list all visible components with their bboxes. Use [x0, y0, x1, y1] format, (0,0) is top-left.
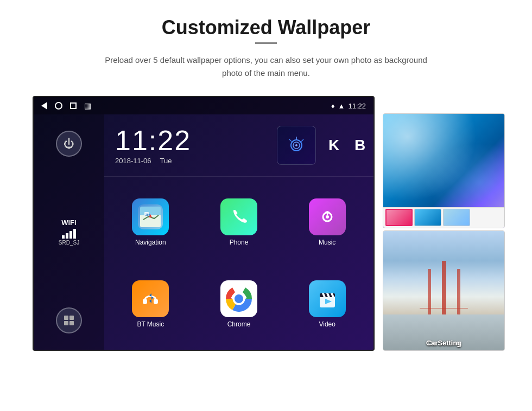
- svg-point-17: [326, 215, 329, 219]
- time-row: 11:22 2018-11-06 Tue: [104, 114, 373, 177]
- svg-rect-20: [154, 299, 158, 304]
- main-content: ⏻ WiFi SRD_SJ: [34, 114, 373, 350]
- wallpaper-ice-thumb[interactable]: [383, 113, 505, 228]
- music-icon-svg: [318, 207, 337, 227]
- wifi-bar-3: [69, 231, 72, 239]
- clock-day: Tue: [160, 157, 172, 165]
- status-bar-right: ♦ ▲ 11:22: [331, 102, 366, 110]
- power-button[interactable]: ⏻: [56, 131, 82, 157]
- chrome-icon: [220, 280, 257, 317]
- apps-grid-button[interactable]: [56, 307, 82, 333]
- wallpaper-bridge-thumb[interactable]: CarSetting CarSetting: [383, 230, 505, 351]
- svg-line-8: [301, 139, 303, 142]
- app-item-video[interactable]: Video: [283, 264, 371, 346]
- app-item-phone[interactable]: Phone: [195, 181, 283, 264]
- clock-date: 2018-11-06 Tue: [115, 157, 271, 165]
- time-row-right: K B: [277, 126, 368, 165]
- clock-time: 11:22: [115, 126, 271, 155]
- grid-icon: [63, 314, 75, 326]
- page-subtitle: Preload over 5 default wallpaper options…: [98, 54, 434, 80]
- status-time: 11:22: [348, 102, 366, 110]
- app-item-chrome[interactable]: Chrome: [195, 264, 283, 346]
- wifi-signal-icon: ▲: [338, 102, 345, 110]
- b-label: B: [354, 137, 365, 154]
- wifi-widget: WiFi SRD_SJ: [59, 219, 79, 246]
- phone-label: Phone: [230, 239, 249, 246]
- left-sidebar: ⏻ WiFi SRD_SJ: [34, 114, 104, 350]
- wifi-ssid: SRD_SJ: [59, 240, 79, 246]
- phone-icon: [220, 198, 257, 235]
- svg-rect-19: [143, 299, 147, 304]
- device-wrapper: ▦ ♦ ▲ 11:22 ⏻ WiFi: [33, 96, 499, 351]
- svg-rect-3: [69, 321, 74, 325]
- center-area: 11:22 2018-11-06 Tue: [104, 114, 373, 350]
- mini-wallpaper-3[interactable]: [443, 209, 470, 226]
- svg-line-9: [289, 139, 292, 142]
- app-item-btmusic[interactable]: BT Music: [106, 264, 195, 346]
- app-item-music[interactable]: Music: [283, 181, 371, 264]
- navigation-label: Navigation: [135, 239, 166, 246]
- k-icon-widget[interactable]: K: [320, 132, 347, 159]
- wifi-bars: [59, 229, 79, 239]
- music-icon: [309, 198, 346, 235]
- home-icon[interactable]: [55, 102, 62, 110]
- carsetting-text: CarSetting: [383, 339, 504, 347]
- phone-icon-svg: [229, 207, 249, 227]
- wallpaper-thumbnails: CarSetting CarSetting: [383, 113, 505, 351]
- mini-wallpaper-2[interactable]: [414, 209, 441, 226]
- clock-date-value: 2018-11-06: [115, 157, 151, 165]
- screenshot-icon[interactable]: ▦: [84, 101, 91, 110]
- wifi-bar-2: [66, 233, 68, 239]
- btmusic-icon: [132, 280, 169, 317]
- btmusic-label: BT Music: [137, 320, 164, 328]
- title-divider: [255, 42, 277, 44]
- video-icon: [309, 280, 346, 317]
- music-label: Music: [319, 239, 335, 246]
- chrome-icon-svg: [225, 285, 253, 313]
- b-icon-widget[interactable]: B: [352, 132, 368, 159]
- svg-rect-0: [64, 316, 68, 320]
- power-icon: ⏻: [64, 138, 74, 150]
- antenna-widget[interactable]: [277, 126, 316, 165]
- mini-wallpaper-1[interactable]: [385, 209, 413, 226]
- android-screen: ▦ ♦ ▲ 11:22 ⏻ WiFi: [33, 96, 375, 351]
- svg-text:280: 280: [145, 213, 150, 216]
- back-icon[interactable]: [41, 102, 47, 110]
- btmusic-icon-svg: [140, 288, 161, 310]
- maps-icon-svg: 280: [138, 204, 163, 229]
- chrome-label: Chrome: [227, 320, 251, 328]
- video-icon-svg: [316, 288, 338, 310]
- app-grid: 280 Navigation: [104, 177, 373, 350]
- location-icon: ♦: [331, 102, 335, 110]
- svg-point-6: [295, 144, 297, 146]
- wifi-label: WiFi: [59, 219, 79, 227]
- antenna-icon: [287, 136, 306, 155]
- page-title: Customized Wallpaper: [162, 16, 371, 39]
- app-item-navigation[interactable]: 280 Navigation: [106, 181, 195, 264]
- video-label: Video: [319, 320, 335, 328]
- recents-icon[interactable]: [70, 102, 77, 109]
- svg-rect-1: [69, 316, 74, 320]
- status-bar: ▦ ♦ ▲ 11:22: [34, 97, 373, 114]
- navigation-icon: 280: [132, 198, 169, 235]
- time-date-block: 11:22 2018-11-06 Tue: [110, 126, 271, 165]
- k-label: K: [328, 137, 339, 154]
- wifi-bar-1: [62, 235, 65, 239]
- wifi-bar-4: [73, 229, 76, 239]
- svg-rect-2: [64, 321, 68, 325]
- status-bar-left: ▦: [41, 101, 91, 110]
- svg-rect-12: [140, 207, 161, 215]
- svg-point-25: [235, 294, 243, 303]
